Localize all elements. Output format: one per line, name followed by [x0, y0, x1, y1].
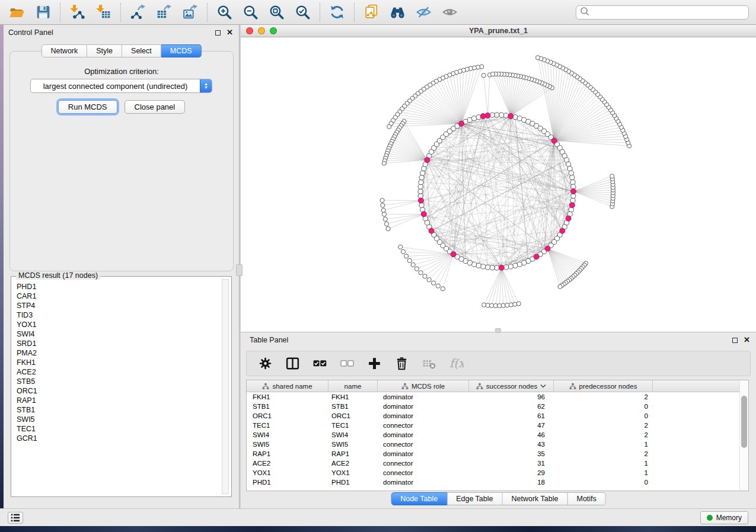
table-row[interactable]: RAP1RAP1dominator352	[247, 449, 748, 459]
cell-name: YOX1	[328, 469, 378, 476]
mcds-result-item[interactable]: STP4	[17, 301, 222, 310]
tab-style[interactable]: Style	[87, 44, 122, 57]
minimize-window-button[interactable]	[258, 27, 265, 34]
cell-predecessor-nodes: 2	[554, 422, 653, 429]
criterion-dropdown[interactable]: largest connected component (undirected)…	[30, 79, 212, 93]
mcds-result-item[interactable]: STB5	[17, 377, 222, 386]
close-window-button[interactable]	[246, 27, 253, 34]
network-window-titlebar[interactable]: YPA_prune.txt_1	[241, 25, 756, 37]
network-search-field[interactable]	[576, 5, 749, 20]
mcds-result-item[interactable]: SRD1	[17, 339, 222, 348]
column-header-MCDS-role[interactable]: MCDS role	[378, 380, 469, 392]
table-header-row: shared namenameMCDS rolesuccessor nodesp…	[247, 380, 748, 392]
close-panel-icon[interactable]: ✕	[227, 30, 233, 36]
mcds-result-item[interactable]: RAP1	[17, 396, 222, 405]
mcds-result-item[interactable]: YOX1	[17, 320, 222, 329]
table-panel-header: Table Panel ✕	[241, 332, 756, 348]
cell-shared-name: ORC1	[247, 412, 328, 419]
tab-network[interactable]: Network	[41, 44, 87, 57]
refresh-view-icon[interactable]	[329, 4, 345, 20]
cell-successor-nodes: 29	[469, 469, 554, 476]
toolbar-icon-groups	[0, 3, 467, 22]
zoom-out-icon[interactable]	[243, 4, 259, 20]
table-row[interactable]: FKH1FKH1dominator962	[247, 392, 748, 402]
zoom-window-button[interactable]	[270, 27, 277, 34]
zoom-selected-icon[interactable]	[295, 4, 311, 20]
cell-successor-nodes: 96	[469, 393, 554, 400]
show-panels-button[interactable]	[8, 512, 23, 524]
table-tab-node-table[interactable]: Node Table	[391, 492, 447, 505]
mcds-result-item[interactable]: CAR1	[17, 291, 222, 301]
zoom-fit-icon[interactable]	[269, 4, 285, 20]
birds-eye-view-icon[interactable]	[442, 4, 458, 20]
memory-button[interactable]: Memory	[700, 511, 748, 524]
mcds-result-scrollbar[interactable]	[222, 279, 229, 494]
add-column-icon[interactable]	[367, 356, 382, 371]
sort-chevron-icon[interactable]	[540, 384, 546, 389]
mcds-result-item[interactable]: STB1	[17, 405, 222, 415]
mcds-result-list[interactable]: PHD1CAR1STP4TID3YOX1SWI4SRD1PMA2FKH1ACE2…	[12, 278, 222, 496]
export-image-icon[interactable]	[182, 4, 198, 20]
mcds-result-item[interactable]: FKH1	[17, 358, 222, 367]
export-table-icon[interactable]	[156, 4, 172, 20]
close-panel-button[interactable]: Close panel	[125, 100, 186, 114]
dropdown-stepper-icon: ▲▼	[200, 79, 212, 92]
table-row[interactable]: ORC1ORC1dominator610	[247, 411, 748, 421]
table-tab-motifs[interactable]: Motifs	[567, 492, 605, 505]
mcds-result-item[interactable]: PMA2	[17, 348, 222, 358]
export-network-icon[interactable]	[130, 4, 146, 20]
share-document-icon[interactable]	[363, 4, 379, 20]
column-header-successor-nodes[interactable]: successor nodes	[469, 380, 554, 392]
import-network-icon[interactable]	[69, 4, 85, 20]
delete-columns-icon[interactable]	[394, 356, 409, 371]
mcds-result-item[interactable]: TID3	[17, 310, 222, 320]
mcds-result-item[interactable]: SWI5	[17, 415, 222, 424]
table-tab-edge-table[interactable]: Edge Table	[447, 492, 502, 505]
tab-select[interactable]: Select	[122, 44, 161, 57]
table-row[interactable]: TEC1TEC1connector472	[247, 421, 748, 430]
optimization-criterion-label: Optimization criterion:	[10, 67, 233, 76]
toolbar-group	[208, 4, 320, 20]
hide-graphics-details-icon[interactable]	[416, 4, 432, 20]
table-panel: Table Panel ✕ f(x) shared namenameMCDS r…	[241, 332, 756, 508]
tab-mcds[interactable]: MCDS	[161, 44, 202, 57]
network-canvas[interactable]	[241, 37, 756, 332]
mcds-result-item[interactable]: ACE2	[17, 367, 222, 377]
show-columns-icon[interactable]	[285, 356, 300, 371]
mcds-result-item[interactable]: ORC1	[17, 386, 222, 396]
close-table-panel-icon[interactable]: ✕	[744, 337, 750, 343]
mcds-result-item[interactable]: PHD1	[17, 282, 222, 291]
float-panel-icon[interactable]	[215, 30, 221, 36]
table-settings-icon[interactable]	[258, 356, 273, 371]
save-session-icon[interactable]	[35, 4, 51, 20]
open-session-icon[interactable]	[9, 4, 25, 20]
search-input[interactable]	[590, 7, 748, 18]
mcds-result-item[interactable]: TEC1	[17, 424, 222, 434]
import-table-icon[interactable]	[95, 4, 111, 20]
table-row[interactable]: YOX1YOX1connector291	[247, 468, 748, 477]
table-tab-network-table[interactable]: Network Table	[503, 492, 568, 505]
table-scrollbar[interactable]	[739, 380, 748, 491]
cell-MCDS-role: connector	[378, 460, 469, 467]
horizontal-splitter-handle[interactable]	[495, 328, 501, 333]
table-row[interactable]: STB1STB1dominator620	[247, 402, 748, 411]
column-header-predecessor-nodes[interactable]: predecessor nodes	[554, 380, 653, 392]
table-row[interactable]: SWI5SWI5connector431	[247, 440, 748, 449]
table-scrollbar-thumb[interactable]	[741, 396, 747, 448]
table-row[interactable]: PHD1PHD1dominator180	[247, 477, 748, 487]
table-row[interactable]: SWI4SWI4dominator462	[247, 430, 748, 440]
mcds-result-item[interactable]: GCR1	[17, 434, 222, 443]
network-graph[interactable]	[241, 37, 756, 332]
column-header-name[interactable]: name	[328, 380, 378, 392]
search-network-icon[interactable]	[390, 4, 406, 20]
zoom-in-icon[interactable]	[216, 4, 232, 20]
cell-shared-name: YOX1	[247, 469, 328, 476]
unselect-all-columns-icon[interactable]	[340, 356, 355, 371]
float-table-panel-icon[interactable]	[732, 338, 738, 343]
vertical-splitter-handle[interactable]	[236, 264, 243, 276]
table-row[interactable]: ACE2ACE2connector311	[247, 459, 748, 468]
select-all-columns-icon[interactable]	[312, 356, 327, 371]
mcds-result-item[interactable]: SWI4	[17, 329, 222, 339]
run-mcds-button[interactable]: Run MCDS	[58, 100, 117, 114]
column-header-shared-name[interactable]: shared name	[247, 380, 328, 392]
